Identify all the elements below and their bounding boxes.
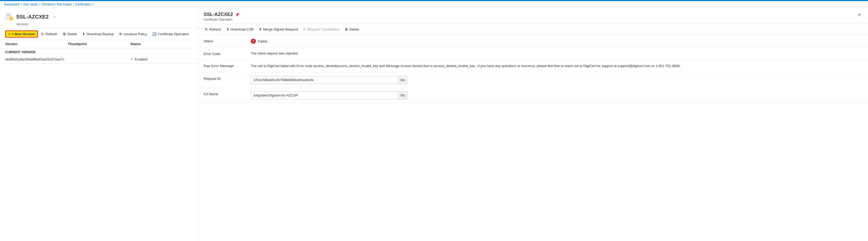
request-id-value: 37b1c56beb514b7588e606b4b5ae6c0e <box>251 76 398 83</box>
panel-header: ★ SSL-AZCXE2 ··· Versions <box>0 8 198 28</box>
right-refresh-button[interactable]: Refresh <box>203 26 223 33</box>
right-delete-icon <box>345 27 348 31</box>
download-csr-label: Download CSR <box>230 27 254 31</box>
plus-icon: + <box>8 32 10 36</box>
failed-icon: ! <box>251 39 256 44</box>
ca-name-row: CA Name Intigrated-Digicert-for-AZCXP ⧉ <box>198 88 868 103</box>
download-backup-button[interactable]: Download Backup <box>80 31 116 37</box>
status-value: ! Failed <box>251 39 863 44</box>
delete-label: Delete <box>67 32 77 36</box>
request-id-row: Request ID 37b1c56beb514b7588e606b4b5ae6… <box>198 72 868 88</box>
refresh-button[interactable]: Refresh <box>39 31 60 38</box>
download-csr-icon <box>226 27 229 31</box>
request-cancellation-button[interactable]: ⊘ Request Cancellation <box>301 26 342 33</box>
col-version: Version <box>5 42 68 46</box>
cert-operation-icon <box>152 32 156 36</box>
row-version: ab980d1a6a394d4fbb452e25c07aaa7c <box>5 57 68 61</box>
raw-error-label: Raw Error Message <box>204 63 251 68</box>
download-icon <box>82 32 85 36</box>
row-status: ✓ Enabled <box>130 57 193 61</box>
ca-name-field: Intigrated-Digicert-for-AZCXP ⧉ <box>251 92 407 99</box>
svg-text:★: ★ <box>10 17 13 20</box>
breadcrumb: Dashboard > Key vaults > Terraform-Test-… <box>0 1 868 8</box>
breadcrumb-certificates[interactable]: Certificates <box>75 3 91 6</box>
right-panel-title: SSL-AZCXE2 📌 <box>204 12 240 17</box>
ellipsis-button[interactable]: ··· <box>51 14 58 20</box>
right-panel-header: SSL-AZCXE2 📌 Certificate Operation ✕ <box>198 8 868 24</box>
details-grid: Status ! Failed Error Code The client re… <box>198 35 868 241</box>
panel-title: SSL-AZCXE2 <box>16 14 49 20</box>
settings-icon <box>119 32 122 36</box>
merge-signed-label: Merge Signed Request <box>263 27 298 31</box>
merge-signed-request-button[interactable]: Merge Signed Request <box>257 26 300 33</box>
refresh-icon <box>41 32 44 36</box>
right-panel-subtitle: Certificate Operation <box>204 18 240 22</box>
svg-rect-2 <box>6 15 10 16</box>
request-cancellation-label: Request Cancellation <box>307 27 339 31</box>
raw-error-value: The call to DigiCert failed with Error c… <box>251 63 863 69</box>
download-backup-label: Download Backup <box>87 32 114 36</box>
right-panel-title-area: SSL-AZCXE2 📌 Certificate Operation <box>204 12 240 22</box>
issuance-policy-label: Issuance Policy <box>124 32 147 36</box>
ca-name-copy-button[interactable]: ⧉ <box>398 92 407 99</box>
merge-icon <box>259 27 262 31</box>
cancel-icon: ⊘ <box>303 27 306 31</box>
ca-name-label: CA Name <box>204 92 251 96</box>
new-version-button[interactable]: + + New Version <box>5 31 38 38</box>
col-status: Status <box>130 42 193 46</box>
delete-icon <box>63 32 66 36</box>
right-toolbar: Refresh Download CSR Merge Signed Reques… <box>198 24 868 35</box>
right-refresh-icon <box>205 27 208 31</box>
close-button[interactable]: ✕ <box>856 12 863 18</box>
copy-icon-request: ⧉ <box>400 78 405 82</box>
current-version-label: CURRENT VERSION <box>0 48 198 55</box>
svg-rect-1 <box>6 14 10 15</box>
error-code-label: Error Code <box>204 51 251 56</box>
table-row[interactable]: ab980d1a6a394d4fbb452e25c07aaa7c ✓ Enabl… <box>0 55 198 64</box>
breadcrumb-dashboard[interactable]: Dashboard <box>4 3 20 6</box>
left-panel: ★ SSL-AZCXE2 ··· Versions + + New Versio… <box>0 8 198 241</box>
request-id-copy-button[interactable]: ⧉ <box>398 76 407 84</box>
right-refresh-label: Refresh <box>209 27 221 31</box>
certificate-operation-label: Certificate Operation <box>158 32 189 36</box>
panel-title-row: ★ SSL-AZCXE2 ··· <box>5 12 193 22</box>
breadcrumb-terraform[interactable]: Terraform-Test-Case1 <box>42 3 72 6</box>
error-code-value: The client request was rejected. <box>251 51 863 55</box>
col-thumbprint: Thumbprint <box>68 42 130 46</box>
certificate-operation-button[interactable]: Certificate Operation <box>150 31 191 37</box>
right-delete-label: Delete <box>349 27 359 31</box>
status-label: Status <box>204 39 251 43</box>
cert-icon: ★ <box>5 12 13 22</box>
panel-subtitle: Versions <box>16 23 193 26</box>
error-code-row: Error Code The client request was reject… <box>198 48 868 60</box>
check-icon: ✓ <box>130 57 133 61</box>
status-row: Status ! Failed <box>198 35 868 48</box>
raw-error-row: Raw Error Message The call to DigiCert f… <box>198 60 868 72</box>
request-id-label: Request ID <box>204 76 251 80</box>
ca-name-value: Intigrated-Digicert-for-AZCXP <box>251 92 398 99</box>
issuance-policy-button[interactable]: Issuance Policy <box>117 31 149 37</box>
right-delete-button[interactable]: Delete <box>343 26 362 33</box>
delete-button[interactable]: Delete <box>61 31 80 37</box>
copy-icon-ca: ⧉ <box>400 93 405 98</box>
left-toolbar: + + New Version Refresh Delete Download … <box>0 28 198 40</box>
main-container: ★ SSL-AZCXE2 ··· Versions + + New Versio… <box>0 8 868 241</box>
request-id-field: 37b1c56beb514b7588e606b4b5ae6c0e ⧉ <box>251 76 407 84</box>
pin-icon[interactable]: 📌 <box>235 12 240 17</box>
refresh-label: Refresh <box>45 32 57 36</box>
table-header: Version Thumbprint Status <box>0 40 198 48</box>
download-csr-button[interactable]: Download CSR <box>224 26 256 33</box>
new-version-label: + New Version <box>12 32 35 36</box>
breadcrumb-keyvaults[interactable]: Key vaults <box>24 3 38 6</box>
right-panel: SSL-AZCXE2 📌 Certificate Operation ✕ Ref… <box>198 8 868 241</box>
